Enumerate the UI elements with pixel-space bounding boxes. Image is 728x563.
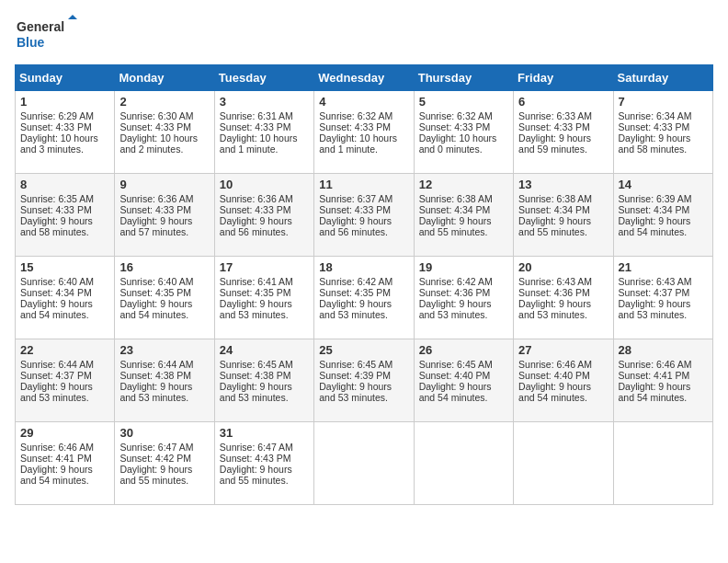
calendar-week-row: 1Sunrise: 6:29 AMSunset: 4:33 PMDaylight… bbox=[16, 91, 713, 174]
sunrise-text: Sunrise: 6:46 AM bbox=[619, 359, 692, 370]
day-number: 11 bbox=[319, 178, 408, 191]
weekday-header: Thursday bbox=[414, 65, 513, 91]
sunset-text: Sunset: 4:33 PM bbox=[619, 121, 690, 132]
daylight-text: Daylight: 9 hours and 54 minutes. bbox=[619, 215, 691, 237]
sunrise-text: Sunrise: 6:38 AM bbox=[419, 193, 493, 204]
calendar-cell bbox=[613, 422, 712, 505]
calendar-cell: 13Sunrise: 6:38 AMSunset: 4:34 PMDayligh… bbox=[514, 174, 613, 257]
day-number: 7 bbox=[619, 95, 708, 109]
calendar-cell: 16Sunrise: 6:40 AMSunset: 4:35 PMDayligh… bbox=[115, 257, 214, 339]
sunset-text: Sunset: 4:33 PM bbox=[220, 204, 291, 215]
day-number: 10 bbox=[220, 178, 309, 191]
weekday-header: Monday bbox=[115, 65, 214, 91]
sunset-text: Sunset: 4:41 PM bbox=[619, 370, 690, 381]
sunset-text: Sunset: 4:33 PM bbox=[20, 204, 92, 215]
sunrise-text: Sunrise: 6:36 AM bbox=[220, 193, 293, 204]
calendar-cell: 1Sunrise: 6:29 AMSunset: 4:33 PMDaylight… bbox=[16, 91, 115, 174]
calendar-cell: 31Sunrise: 6:47 AMSunset: 4:43 PMDayligh… bbox=[214, 422, 313, 505]
daylight-text: Daylight: 9 hours and 58 minutes. bbox=[619, 132, 691, 155]
daylight-text: Daylight: 10 hours and 1 minute. bbox=[220, 132, 298, 155]
sunset-text: Sunset: 4:33 PM bbox=[220, 121, 291, 132]
calendar-cell: 7Sunrise: 6:34 AMSunset: 4:33 PMDaylight… bbox=[613, 91, 712, 174]
day-number: 22 bbox=[20, 343, 109, 357]
sunrise-text: Sunrise: 6:41 AM bbox=[220, 276, 293, 287]
daylight-text: Daylight: 9 hours and 56 minutes. bbox=[319, 215, 392, 237]
daylight-text: Daylight: 10 hours and 3 minutes. bbox=[20, 132, 98, 155]
calendar-cell bbox=[414, 422, 513, 505]
calendar-cell: 22Sunrise: 6:44 AMSunset: 4:37 PMDayligh… bbox=[16, 339, 115, 422]
weekday-header: Wednesday bbox=[314, 65, 414, 91]
calendar-week-row: 22Sunrise: 6:44 AMSunset: 4:37 PMDayligh… bbox=[16, 339, 713, 422]
sunrise-text: Sunrise: 6:44 AM bbox=[119, 359, 193, 370]
daylight-text: Daylight: 9 hours and 54 minutes. bbox=[518, 381, 591, 403]
weekday-header: Sunday bbox=[16, 65, 115, 91]
daylight-text: Daylight: 10 hours and 1 minute. bbox=[319, 132, 397, 155]
day-number: 13 bbox=[518, 178, 608, 191]
daylight-text: Daylight: 9 hours and 55 minutes. bbox=[419, 215, 492, 237]
sunrise-text: Sunrise: 6:29 AM bbox=[20, 110, 94, 121]
sunrise-text: Sunrise: 6:37 AM bbox=[319, 193, 392, 204]
sunset-text: Sunset: 4:33 PM bbox=[419, 121, 491, 132]
day-number: 15 bbox=[20, 260, 109, 274]
calendar-cell: 25Sunrise: 6:45 AMSunset: 4:39 PMDayligh… bbox=[314, 339, 414, 422]
day-number: 20 bbox=[518, 260, 608, 274]
calendar-cell: 10Sunrise: 6:36 AMSunset: 4:33 PMDayligh… bbox=[214, 174, 313, 257]
calendar-cell: 28Sunrise: 6:46 AMSunset: 4:41 PMDayligh… bbox=[613, 339, 712, 422]
sunrise-text: Sunrise: 6:30 AM bbox=[119, 110, 193, 121]
day-number: 17 bbox=[220, 260, 309, 274]
daylight-text: Daylight: 9 hours and 54 minutes. bbox=[20, 464, 93, 486]
sunset-text: Sunset: 4:35 PM bbox=[319, 287, 391, 298]
sunset-text: Sunset: 4:38 PM bbox=[220, 370, 291, 381]
daylight-text: Daylight: 9 hours and 55 minutes. bbox=[220, 464, 292, 486]
daylight-text: Daylight: 9 hours and 53 minutes. bbox=[220, 381, 292, 403]
daylight-text: Daylight: 9 hours and 57 minutes. bbox=[119, 215, 192, 237]
day-number: 1 bbox=[20, 95, 109, 109]
daylight-text: Daylight: 9 hours and 53 minutes. bbox=[20, 381, 93, 403]
sunrise-text: Sunrise: 6:47 AM bbox=[220, 442, 293, 453]
day-number: 26 bbox=[419, 343, 508, 357]
daylight-text: Daylight: 9 hours and 56 minutes. bbox=[220, 215, 292, 237]
calendar-cell: 9Sunrise: 6:36 AMSunset: 4:33 PMDaylight… bbox=[115, 174, 214, 257]
daylight-text: Daylight: 9 hours and 53 minutes. bbox=[220, 298, 292, 320]
weekday-header: Tuesday bbox=[214, 65, 313, 91]
day-number: 2 bbox=[119, 95, 209, 109]
daylight-text: Daylight: 9 hours and 54 minutes. bbox=[119, 298, 192, 320]
day-number: 23 bbox=[119, 343, 209, 357]
sunrise-text: Sunrise: 6:42 AM bbox=[319, 276, 392, 287]
logo: General Blue bbox=[15, 15, 79, 53]
sunset-text: Sunset: 4:33 PM bbox=[518, 121, 590, 132]
sunrise-text: Sunrise: 6:45 AM bbox=[319, 359, 392, 370]
calendar-cell: 21Sunrise: 6:43 AMSunset: 4:37 PMDayligh… bbox=[613, 257, 712, 339]
sunset-text: Sunset: 4:40 PM bbox=[518, 370, 590, 381]
day-number: 28 bbox=[619, 343, 708, 357]
day-number: 18 bbox=[319, 260, 408, 274]
daylight-text: Daylight: 9 hours and 55 minutes. bbox=[119, 464, 192, 486]
calendar-cell: 20Sunrise: 6:43 AMSunset: 4:36 PMDayligh… bbox=[514, 257, 613, 339]
sunset-text: Sunset: 4:40 PM bbox=[419, 370, 491, 381]
svg-text:Blue: Blue bbox=[17, 35, 45, 50]
calendar-cell: 24Sunrise: 6:45 AMSunset: 4:38 PMDayligh… bbox=[214, 339, 313, 422]
daylight-text: Daylight: 9 hours and 55 minutes. bbox=[518, 215, 591, 237]
sunset-text: Sunset: 4:33 PM bbox=[319, 121, 391, 132]
sunrise-text: Sunrise: 6:38 AM bbox=[518, 193, 592, 204]
day-number: 21 bbox=[619, 260, 708, 274]
sunrise-text: Sunrise: 6:42 AM bbox=[419, 276, 493, 287]
sunrise-text: Sunrise: 6:36 AM bbox=[119, 193, 193, 204]
calendar-cell bbox=[314, 422, 414, 505]
sunrise-text: Sunrise: 6:33 AM bbox=[518, 110, 592, 121]
sunset-text: Sunset: 4:37 PM bbox=[20, 370, 92, 381]
sunset-text: Sunset: 4:36 PM bbox=[419, 287, 491, 298]
day-number: 25 bbox=[319, 343, 408, 357]
day-number: 30 bbox=[119, 426, 209, 440]
sunrise-text: Sunrise: 6:44 AM bbox=[20, 359, 94, 370]
calendar-week-row: 29Sunrise: 6:46 AMSunset: 4:41 PMDayligh… bbox=[16, 422, 713, 505]
calendar-body: 1Sunrise: 6:29 AMSunset: 4:33 PMDaylight… bbox=[16, 91, 713, 505]
sunset-text: Sunset: 4:35 PM bbox=[220, 287, 291, 298]
sunrise-text: Sunrise: 6:45 AM bbox=[220, 359, 293, 370]
sunset-text: Sunset: 4:38 PM bbox=[119, 370, 191, 381]
calendar-table: SundayMondayTuesdayWednesdayThursdayFrid… bbox=[15, 64, 713, 505]
sunset-text: Sunset: 4:33 PM bbox=[319, 204, 391, 215]
sunrise-text: Sunrise: 6:43 AM bbox=[619, 276, 692, 287]
day-number: 3 bbox=[220, 95, 309, 109]
sunset-text: Sunset: 4:34 PM bbox=[419, 204, 491, 215]
